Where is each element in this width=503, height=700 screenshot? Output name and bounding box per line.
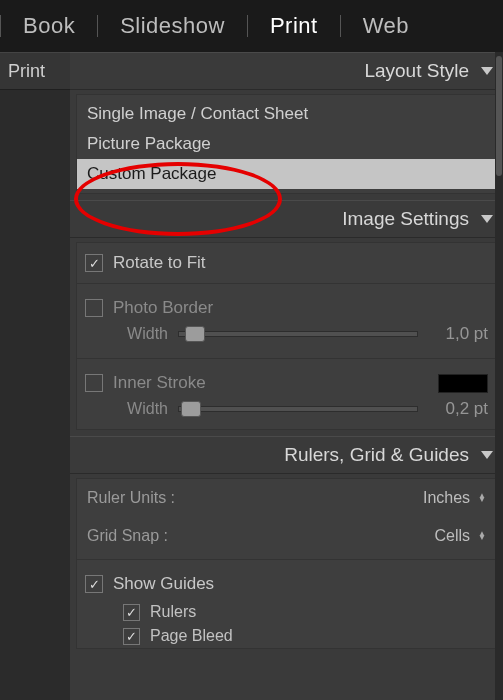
rulers-title: Rulers, Grid & Guides xyxy=(284,444,469,466)
page-bleed-label: Page Bleed xyxy=(150,627,233,645)
inner-stroke-checkbox[interactable] xyxy=(85,374,103,392)
inner-stroke-width-row: Width 0,2 pt xyxy=(77,399,496,429)
left-panel: Print xyxy=(0,52,70,700)
border-width-slider[interactable] xyxy=(178,331,418,337)
scrollbar[interactable] xyxy=(495,52,503,700)
module-tabs: Book Slideshow Print Web xyxy=(0,0,503,52)
rulers-sub-row: Rulers xyxy=(77,600,496,624)
border-width-value[interactable]: 1,0 pt xyxy=(430,324,488,344)
tab-book[interactable]: Book xyxy=(1,13,97,39)
tab-print[interactable]: Print xyxy=(248,13,340,39)
photo-border-label: Photo Border xyxy=(113,298,213,318)
ruler-units-value: Inches xyxy=(423,489,470,507)
rotate-label: Rotate to Fit xyxy=(113,253,206,273)
stroke-color-swatch[interactable] xyxy=(438,374,488,393)
page-bleed-row: Page Bleed xyxy=(77,624,496,648)
image-settings-panel: Rotate to Fit Photo Border Width 1,0 pt … xyxy=(76,242,497,430)
left-panel-title[interactable]: Print xyxy=(0,52,70,90)
main-area: Print Layout Style Single Image / Contac… xyxy=(0,52,503,700)
rotate-checkbox[interactable] xyxy=(85,254,103,272)
scrollbar-thumb[interactable] xyxy=(496,56,502,176)
slider-knob[interactable] xyxy=(181,401,201,417)
ruler-units-row: Ruler Units : Inches ▲▼ xyxy=(77,479,496,517)
dropdown-arrows-icon: ▲▼ xyxy=(478,494,486,502)
width-label: Width xyxy=(113,400,168,418)
ruler-units-label: Ruler Units : xyxy=(87,489,175,507)
show-guides-row: Show Guides xyxy=(77,564,496,600)
dropdown-arrows-icon: ▲▼ xyxy=(478,532,486,540)
photo-border-row: Photo Border xyxy=(77,288,496,324)
grid-snap-row: Grid Snap : Cells ▲▼ xyxy=(77,517,496,555)
section-header-rulers[interactable]: Rulers, Grid & Guides xyxy=(70,436,503,474)
inner-stroke-label: Inner Stroke xyxy=(113,373,438,393)
photo-border-width-row: Width 1,0 pt xyxy=(77,324,496,354)
collapse-icon[interactable] xyxy=(481,67,493,75)
layout-option-single[interactable]: Single Image / Contact Sheet xyxy=(77,99,496,129)
tab-web[interactable]: Web xyxy=(341,13,431,39)
rulers-checkbox[interactable] xyxy=(123,604,140,621)
layout-style-panel: Single Image / Contact Sheet Picture Pac… xyxy=(76,94,497,194)
stroke-width-value[interactable]: 0,2 pt xyxy=(430,399,488,419)
divider xyxy=(77,283,496,284)
divider xyxy=(77,559,496,560)
layout-style-title: Layout Style xyxy=(364,60,469,82)
grid-snap-value: Cells xyxy=(435,527,471,545)
layout-option-picture[interactable]: Picture Package xyxy=(77,129,496,159)
ruler-units-dropdown[interactable]: Inches ▲▼ xyxy=(423,489,486,507)
grid-snap-dropdown[interactable]: Cells ▲▼ xyxy=(435,527,486,545)
photo-border-checkbox[interactable] xyxy=(85,299,103,317)
slider-knob[interactable] xyxy=(185,326,205,342)
tab-slideshow[interactable]: Slideshow xyxy=(98,13,247,39)
image-settings-title: Image Settings xyxy=(342,208,469,230)
rulers-sub-label: Rulers xyxy=(150,603,196,621)
stroke-width-slider[interactable] xyxy=(178,406,418,412)
inner-stroke-row: Inner Stroke xyxy=(77,363,496,399)
collapse-icon[interactable] xyxy=(481,215,493,223)
layout-option-custom[interactable]: Custom Package xyxy=(77,159,496,189)
page-bleed-checkbox[interactable] xyxy=(123,628,140,645)
right-panel: Layout Style Single Image / Contact Shee… xyxy=(70,52,503,700)
collapse-icon[interactable] xyxy=(481,451,493,459)
show-guides-label: Show Guides xyxy=(113,574,214,594)
divider xyxy=(77,358,496,359)
width-label: Width xyxy=(113,325,168,343)
rotate-to-fit-row: Rotate to Fit xyxy=(77,243,496,279)
rulers-panel: Ruler Units : Inches ▲▼ Grid Snap : Cell… xyxy=(76,478,497,649)
section-header-layout-style[interactable]: Layout Style xyxy=(70,52,503,90)
grid-snap-label: Grid Snap : xyxy=(87,527,168,545)
show-guides-checkbox[interactable] xyxy=(85,575,103,593)
section-header-image-settings[interactable]: Image Settings xyxy=(70,200,503,238)
